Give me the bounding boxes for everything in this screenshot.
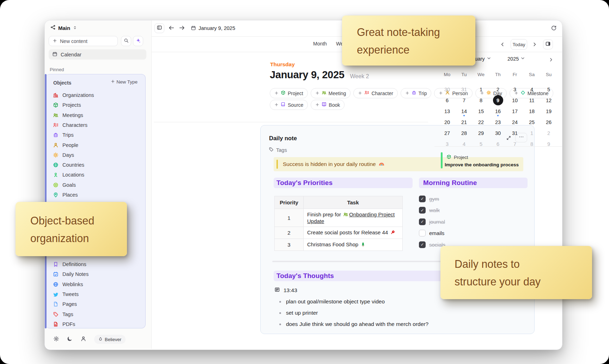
sidebar-item-people[interactable]: People (53, 141, 78, 149)
dark-mode-moon-icon[interactable] (67, 336, 73, 343)
checkbox[interactable]: ✓ (419, 196, 426, 202)
project-title[interactable]: Improve the onboarding process (445, 162, 519, 167)
calendar-day[interactable]: 23 (489, 117, 506, 128)
sidebar-item-meetings[interactable]: Meetings (53, 111, 83, 119)
settings-gear-icon[interactable] (53, 336, 59, 343)
add-project-chip[interactable]: Project (270, 88, 308, 98)
next-day-button[interactable] (532, 42, 537, 49)
sidebar-item-days[interactable]: Days (53, 151, 74, 159)
calendar-day[interactable]: 8 (523, 138, 540, 149)
calendar-day[interactable]: 10 (506, 95, 523, 106)
add-book-chip[interactable]: Book (311, 100, 345, 110)
sidebar-item-pages[interactable]: Pages (53, 300, 77, 308)
calendar-day[interactable]: 30 (439, 84, 456, 95)
calendar-day[interactable]: 18 (523, 106, 540, 117)
sidebar-item-daily-notes[interactable]: Daily Notes (53, 270, 89, 278)
calendar-day[interactable]: 15 (473, 106, 489, 117)
prev-day-button[interactable] (500, 42, 505, 49)
new-content-button[interactable]: New content (49, 36, 118, 46)
year-select[interactable]: 2025 (507, 56, 525, 62)
calendar-day[interactable]: 4 (456, 138, 473, 149)
sidebar-item-label: Projects (62, 102, 81, 108)
calendar-day[interactable]: 16 (489, 106, 506, 117)
toggle-sidebar-button[interactable] (154, 23, 164, 33)
sidebar-item-label: Countries (62, 162, 84, 168)
sidebar-item-trips[interactable]: Trips (53, 131, 74, 139)
sidebar-item-pdfs[interactable]: PDFs (53, 320, 75, 328)
tags-row[interactable]: Tags (269, 147, 287, 153)
checkbox[interactable]: ✓ (419, 207, 426, 214)
calendar-day[interactable]: 13 (439, 106, 456, 117)
calendar-day[interactable]: 7 (506, 138, 523, 149)
forward-button[interactable] (179, 25, 185, 32)
tab-month[interactable]: Month (313, 41, 327, 47)
add-source-chip[interactable]: Source (270, 100, 308, 110)
sidebar-item-definitions[interactable]: Definitions (53, 260, 86, 268)
calendar-day[interactable]: 19 (540, 106, 557, 117)
sidebar-item-countries[interactable]: Countries (53, 161, 84, 169)
calendar-day[interactable]: 28 (456, 128, 473, 138)
nav-date[interactable]: January 9, 2025 (199, 25, 235, 31)
ai-assistant-button[interactable] (133, 36, 143, 46)
calendar-day[interactable]: 5 (473, 138, 489, 149)
calendar-day[interactable]: 21 (456, 117, 473, 128)
calendar-day[interactable]: 9 (540, 138, 557, 149)
calendar-day[interactable]: 1 (473, 84, 489, 95)
sidebar-item-tweets[interactable]: Tweets (53, 290, 79, 298)
next-month-button[interactable] (548, 57, 554, 64)
sidebar-item-calendar[interactable]: Calendar (49, 49, 146, 60)
sync-button[interactable] (551, 25, 557, 32)
sidebar-item-goals[interactable]: Goals (53, 181, 76, 189)
calendar-day[interactable]: 24 (506, 117, 523, 128)
calendar-day[interactable]: 26 (540, 117, 557, 128)
sidebar-item-weblinks[interactable]: Weblinks (53, 280, 83, 288)
search-button[interactable] (121, 36, 131, 46)
calendar-day[interactable]: 3 (439, 138, 456, 149)
calendar-day[interactable]: 3 (506, 84, 523, 95)
calendar-day[interactable]: 29 (473, 128, 489, 138)
calendar-day-selected[interactable]: 9 (489, 95, 506, 106)
add-meeting-chip[interactable]: Meeting (311, 88, 351, 98)
new-type-button[interactable]: New Type (111, 79, 138, 85)
add-trip-chip[interactable]: Trip (401, 88, 432, 98)
calendar-day[interactable]: 22 (473, 117, 489, 128)
calendar-day[interactable]: 2 (540, 128, 557, 138)
sidebar-item-locations[interactable]: Locations (53, 171, 84, 179)
checkbox[interactable]: ✓ (419, 241, 426, 248)
building-icon (53, 92, 59, 98)
calendar-day[interactable]: 31 (506, 128, 523, 138)
calendar-day[interactable]: 25 (523, 117, 540, 128)
sidebar-item-places[interactable]: Places (53, 191, 78, 199)
sidebar-item-characters[interactable]: Characters (53, 121, 87, 129)
plan-badge[interactable]: Believer (94, 335, 126, 344)
calendar-day[interactable]: 30 (489, 128, 506, 138)
sidebar-item-organizations[interactable]: Organizations (53, 91, 94, 99)
sidebar-item-tags[interactable]: Tags (53, 310, 73, 318)
checkbox[interactable] (419, 230, 426, 236)
checkbox[interactable]: ✓ (419, 218, 426, 225)
calendar-day[interactable]: 27 (439, 128, 456, 138)
add-character-chip[interactable]: Character (353, 88, 397, 98)
today-button[interactable]: Today (511, 39, 527, 50)
calendar-day[interactable]: 1 (523, 128, 540, 138)
calendar-day[interactable]: 20 (439, 117, 456, 128)
calendar-day[interactable]: 12 (540, 95, 557, 106)
toggle-right-panel-button[interactable] (543, 39, 553, 49)
calendar-day[interactable]: 4 (523, 84, 540, 95)
calendar-day[interactable]: 5 (540, 84, 557, 95)
calendar-day[interactable]: 6 (489, 138, 506, 149)
calendar-day[interactable]: 11 (523, 95, 540, 106)
back-button[interactable] (168, 25, 175, 32)
workspace-switcher[interactable]: Main (50, 25, 77, 31)
task-link[interactable]: Onboarding Project Update (307, 211, 395, 224)
sidebar-item-projects[interactable]: Projects (53, 101, 81, 109)
calendar-day[interactable]: 17 (506, 106, 523, 117)
calendar-day[interactable]: 31 (456, 84, 473, 95)
calendar-day[interactable]: 8 (473, 95, 489, 106)
calendar-day[interactable]: 7 (456, 95, 473, 106)
bullet-text: plan out goal/milestone object type vide… (286, 298, 385, 305)
account-user-icon[interactable] (80, 336, 86, 343)
calendar-day[interactable]: 14 (456, 106, 473, 117)
calendar-day[interactable]: 6 (439, 95, 456, 106)
calendar-day[interactable]: 2 (489, 84, 506, 95)
